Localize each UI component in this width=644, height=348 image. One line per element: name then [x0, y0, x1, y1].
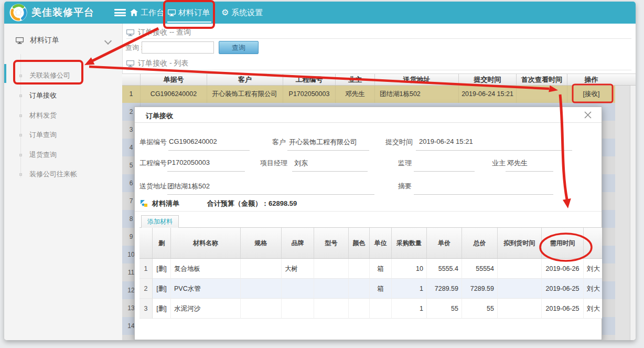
nav-item-label: 材料订单 [178, 2, 210, 24]
vertical-scrollbar[interactable] [630, 86, 636, 340]
grid-column-header: 拟到货时间 [498, 228, 542, 258]
column-header: 首次查看时间 [517, 74, 567, 85]
grid-cell [314, 279, 349, 299]
cell-project-no: P1702050003 [283, 86, 336, 103]
grid-column-header: 总价 [462, 228, 498, 258]
delete-link[interactable]: [删] [153, 279, 171, 299]
grid-cell: 55554 [462, 259, 498, 279]
field-label-order-no: 单据编号 [139, 138, 167, 147]
column-header: 工程编号 [283, 74, 336, 85]
field-label-supervisor: 监理 [398, 159, 412, 168]
nav-item-system-settings[interactable]: ⚙ 系统设置 [221, 2, 263, 24]
material-grid-row: 1[删]复合地板大树箱105555.4555542019-06-26刘大 [139, 259, 602, 279]
grid-column-header: 颜色 [349, 228, 370, 258]
sidebar: 材料订单 关联装修公司 订单接收 材料发货 订单查询 退货查询 装修公司往来帐 [4, 24, 123, 340]
field-label-submit-time: 提交时间 [385, 138, 413, 147]
grid-cell: 箱 [370, 259, 392, 279]
material-grid-header: 删材料名称规格品牌型号颜色单位采购数量单价总价拟到货时间需用时间 [139, 228, 602, 259]
grid-cell [314, 259, 349, 279]
chevron-down-icon [104, 37, 112, 45]
nav-item-label: 系统设置 [231, 2, 263, 24]
cell-address: 团结湖1栋502 [375, 86, 459, 103]
grid-cell [370, 299, 392, 319]
sidebar-parent-material-order[interactable]: 材料订单 [4, 30, 122, 51]
nav-item-material-order[interactable]: 材料订单 [168, 2, 210, 24]
grid-column-header [139, 228, 153, 258]
dialog-title: 订单接收 [146, 111, 173, 121]
grid-cell: 水泥河沙 [171, 299, 241, 319]
monitor-icon [16, 37, 24, 44]
column-header: 单据号 [141, 74, 207, 85]
row-number: 2 [139, 279, 153, 299]
add-material-button[interactable]: 添加材料 [141, 215, 179, 228]
grid-cell [498, 279, 542, 299]
sidebar-active-indicator [4, 64, 6, 83]
material-grid: 删材料名称规格品牌型号颜色单位采购数量单价总价拟到货时间需用时间 1[删]复合地… [139, 227, 602, 340]
brand-title: 美佳装修平台 [31, 2, 94, 24]
field-value-address: 团结湖1栋502 [167, 182, 210, 191]
divider [126, 70, 631, 70]
row-number: 1 [122, 86, 141, 103]
monitor-icon [126, 60, 134, 67]
delete-link[interactable]: [删] [153, 259, 171, 279]
order-table-selected-row[interactable]: 1 CG1906240002 开心装饰工程有限公司 P1702050003 邓先… [122, 86, 615, 103]
field-label-project-no: 工程编号 [139, 159, 167, 168]
sidebar-item-linked-companies[interactable]: 关联装修公司 [4, 68, 122, 83]
sidebar-item-material-ship[interactable]: 材料发货 [4, 108, 122, 123]
cell-owner: 邓先生 [336, 86, 375, 103]
page: { "colors": { "navbar_teal": "#39adc7", … [0, 0, 644, 348]
column-header: 操作 [567, 74, 615, 85]
section-title-list: 订单接收 - 列表 [126, 59, 188, 68]
monitor-icon [168, 9, 176, 16]
grid-cell: 10 [392, 259, 427, 279]
query-button[interactable]: 查询 [219, 41, 259, 54]
nav-item-workbench[interactable]: 工作台 [130, 2, 164, 24]
monitor-icon [126, 29, 134, 36]
grid-cell: 刘大 [584, 299, 602, 319]
bullet-icon [19, 114, 22, 117]
grid-column-header: 采购数量 [392, 228, 427, 258]
grid-column-header: 单价 [427, 228, 462, 258]
grid-cell: 1 [392, 299, 427, 319]
grid-cell: 2019-06-25 [542, 279, 584, 299]
column-header [122, 74, 141, 85]
hamburger-icon[interactable] [114, 9, 126, 16]
gear-icon: ⚙ [221, 8, 229, 17]
field-value-project-manager: 刘东 [294, 159, 308, 168]
sidebar-item-order-query[interactable]: 订单查询 [4, 127, 122, 143]
field-label-project-manager: 项目经理 [260, 159, 287, 168]
grid-column-header: 删 [153, 228, 171, 258]
grid-cell: 7289.59 [427, 279, 462, 299]
delete-link[interactable]: [删] [153, 299, 171, 319]
query-input[interactable] [142, 41, 214, 54]
material-list-label: 材料清单 [152, 199, 179, 208]
close-icon[interactable] [584, 111, 592, 119]
bullet-icon [19, 94, 22, 97]
grid-cell: 刘大 [584, 279, 602, 299]
grid-cell: 7289.59 [462, 279, 498, 299]
sidebar-item-return-query[interactable]: 退货查询 [4, 147, 122, 163]
sidebar-item-company-account[interactable]: 装修公司往来帐 [4, 166, 122, 182]
bullet-icon [19, 134, 22, 136]
sidebar-item-order-receive[interactable]: 订单接收 [4, 88, 122, 103]
column-header: 送货地址 [375, 74, 459, 85]
field-label-customer: 客户 [272, 138, 286, 147]
material-grid-rows: 1[删]复合地板大树箱105555.4555542019-06-26刘大2[删]… [139, 259, 602, 319]
grid-column-header: 需用时间 [542, 228, 584, 258]
grid-cell [349, 259, 370, 279]
divider [126, 38, 631, 39]
column-header-filler [615, 73, 636, 86]
import-arrow-icon [140, 199, 148, 207]
grid-cell [282, 299, 314, 319]
grid-cell: 55 [427, 299, 462, 319]
nav-active-underline [167, 22, 211, 23]
grid-cell: 大树 [282, 259, 314, 279]
grid-cell: 1 [392, 279, 427, 299]
accept-link[interactable]: [接收] [567, 86, 615, 103]
field-value-owner: 邓先生 [507, 159, 528, 168]
grid-column-header: 单位 [370, 228, 392, 258]
field-value-order-no: CG1906240002 [169, 138, 217, 145]
grid-cell [498, 299, 542, 319]
grid-cell [349, 299, 370, 319]
grid-cell [314, 299, 349, 319]
